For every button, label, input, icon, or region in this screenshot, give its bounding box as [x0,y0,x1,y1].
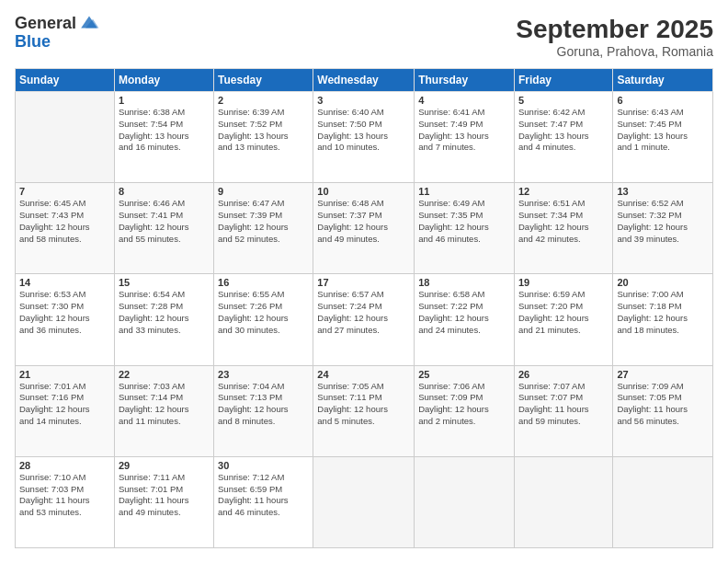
calendar-week-row: 14Sunrise: 6:53 AM Sunset: 7:30 PM Dayli… [16,274,713,365]
day-number: 27 [617,369,709,380]
day-header: Saturday [613,69,713,92]
day-number: 12 [518,186,609,197]
calendar-cell: 23Sunrise: 7:04 AM Sunset: 7:13 PM Dayli… [214,365,313,456]
day-number: 11 [418,186,510,197]
day-number: 16 [218,277,309,288]
day-number: 5 [518,95,609,106]
calendar-cell: 26Sunrise: 7:07 AM Sunset: 7:07 PM Dayli… [514,365,612,456]
calendar-cell: 8Sunrise: 6:46 AM Sunset: 7:41 PM Daylig… [114,183,213,274]
calendar-week-row: 7Sunrise: 6:45 AM Sunset: 7:43 PM Daylig… [16,183,713,274]
calendar-cell: 15Sunrise: 6:54 AM Sunset: 7:28 PM Dayli… [114,274,213,365]
day-info: Sunrise: 6:52 AM Sunset: 7:32 PM Dayligh… [617,198,709,245]
day-number: 21 [19,369,110,380]
day-number: 17 [317,277,410,288]
day-number: 14 [19,277,110,288]
calendar-cell: 7Sunrise: 6:45 AM Sunset: 7:43 PM Daylig… [16,183,115,274]
day-info: Sunrise: 6:51 AM Sunset: 7:34 PM Dayligh… [518,198,609,245]
day-number: 20 [617,277,709,288]
calendar-cell: 25Sunrise: 7:06 AM Sunset: 7:09 PM Dayli… [415,365,515,456]
day-info: Sunrise: 6:42 AM Sunset: 7:47 PM Dayligh… [518,107,609,154]
day-info: Sunrise: 6:38 AM Sunset: 7:54 PM Dayligh… [119,107,210,154]
calendar-cell: 18Sunrise: 6:58 AM Sunset: 7:22 PM Dayli… [415,274,515,365]
day-info: Sunrise: 6:48 AM Sunset: 7:37 PM Dayligh… [317,198,410,245]
calendar-cell [415,456,515,547]
calendar: SundayMondayTuesdayWednesdayThursdayFrid… [15,68,713,548]
calendar-cell: 10Sunrise: 6:48 AM Sunset: 7:37 PM Dayli… [313,183,415,274]
calendar-cell: 14Sunrise: 6:53 AM Sunset: 7:30 PM Dayli… [16,274,115,365]
calendar-cell: 5Sunrise: 6:42 AM Sunset: 7:47 PM Daylig… [514,92,612,183]
day-info: Sunrise: 7:05 AM Sunset: 7:11 PM Dayligh… [317,381,410,428]
day-info: Sunrise: 7:04 AM Sunset: 7:13 PM Dayligh… [218,381,309,428]
logo-blue: Blue [15,33,100,52]
calendar-cell: 19Sunrise: 6:59 AM Sunset: 7:20 PM Dayli… [514,274,612,365]
day-info: Sunrise: 7:00 AM Sunset: 7:18 PM Dayligh… [617,289,709,336]
calendar-cell: 11Sunrise: 6:49 AM Sunset: 7:35 PM Dayli… [415,183,515,274]
calendar-cell: 6Sunrise: 6:43 AM Sunset: 7:45 PM Daylig… [613,92,713,183]
calendar-cell: 3Sunrise: 6:40 AM Sunset: 7:50 PM Daylig… [313,92,415,183]
day-header: Thursday [415,69,515,92]
day-info: Sunrise: 6:46 AM Sunset: 7:41 PM Dayligh… [119,198,210,245]
day-info: Sunrise: 6:40 AM Sunset: 7:50 PM Dayligh… [317,107,410,154]
day-info: Sunrise: 6:41 AM Sunset: 7:49 PM Dayligh… [418,107,510,154]
calendar-cell: 20Sunrise: 7:00 AM Sunset: 7:18 PM Dayli… [613,274,713,365]
calendar-cell [313,456,415,547]
day-number: 10 [317,186,410,197]
calendar-cell: 24Sunrise: 7:05 AM Sunset: 7:11 PM Dayli… [313,365,415,456]
day-info: Sunrise: 6:49 AM Sunset: 7:35 PM Dayligh… [418,198,510,245]
calendar-week-row: 21Sunrise: 7:01 AM Sunset: 7:16 PM Dayli… [16,365,713,456]
day-header: Sunday [16,69,115,92]
calendar-cell: 17Sunrise: 6:57 AM Sunset: 7:24 PM Dayli… [313,274,415,365]
day-info: Sunrise: 6:47 AM Sunset: 7:39 PM Dayligh… [218,198,309,245]
day-number: 18 [418,277,510,288]
day-number: 2 [218,95,309,106]
day-number: 6 [617,95,709,106]
calendar-cell: 22Sunrise: 7:03 AM Sunset: 7:14 PM Dayli… [114,365,213,456]
day-number: 28 [19,460,110,471]
day-number: 9 [218,186,309,197]
calendar-cell [16,92,115,183]
day-info: Sunrise: 7:03 AM Sunset: 7:14 PM Dayligh… [119,381,210,428]
day-info: Sunrise: 6:45 AM Sunset: 7:43 PM Dayligh… [19,198,110,245]
calendar-cell: 30Sunrise: 7:12 AM Sunset: 6:59 PM Dayli… [214,456,313,547]
day-number: 19 [518,277,609,288]
day-number: 3 [317,95,410,106]
day-number: 24 [317,369,410,380]
day-number: 23 [218,369,309,380]
calendar-cell: 28Sunrise: 7:10 AM Sunset: 7:03 PM Dayli… [16,456,115,547]
day-info: Sunrise: 7:11 AM Sunset: 7:01 PM Dayligh… [119,472,210,519]
day-number: 4 [418,95,510,106]
day-info: Sunrise: 6:39 AM Sunset: 7:52 PM Dayligh… [218,107,309,154]
title-block: September 2025 Goruna, Prahova, Romania [516,15,713,59]
calendar-cell: 13Sunrise: 6:52 AM Sunset: 7:32 PM Dayli… [613,183,713,274]
calendar-header-row: SundayMondayTuesdayWednesdayThursdayFrid… [16,69,713,92]
calendar-cell [514,456,612,547]
calendar-week-row: 28Sunrise: 7:10 AM Sunset: 7:03 PM Dayli… [16,456,713,547]
day-number: 8 [119,186,210,197]
logo: General Blue [15,15,100,52]
logo-text: General Blue [15,15,100,52]
calendar-cell: 21Sunrise: 7:01 AM Sunset: 7:16 PM Dayli… [16,365,115,456]
day-info: Sunrise: 6:57 AM Sunset: 7:24 PM Dayligh… [317,289,410,336]
calendar-cell: 9Sunrise: 6:47 AM Sunset: 7:39 PM Daylig… [214,183,313,274]
calendar-cell [613,456,713,547]
day-info: Sunrise: 6:43 AM Sunset: 7:45 PM Dayligh… [617,107,709,154]
day-header: Wednesday [313,69,415,92]
day-header: Friday [514,69,612,92]
calendar-cell: 12Sunrise: 6:51 AM Sunset: 7:34 PM Dayli… [514,183,612,274]
day-info: Sunrise: 7:01 AM Sunset: 7:16 PM Dayligh… [19,381,110,428]
logo-general: General [15,15,76,33]
month-title: September 2025 [516,15,713,44]
calendar-cell: 29Sunrise: 7:11 AM Sunset: 7:01 PM Dayli… [114,456,213,547]
calendar-cell: 2Sunrise: 6:39 AM Sunset: 7:52 PM Daylig… [214,92,313,183]
day-header: Monday [114,69,213,92]
day-info: Sunrise: 6:55 AM Sunset: 7:26 PM Dayligh… [218,289,309,336]
day-number: 25 [418,369,510,380]
day-info: Sunrise: 7:09 AM Sunset: 7:05 PM Dayligh… [617,381,709,428]
logo-icon [78,11,100,33]
day-number: 15 [119,277,210,288]
calendar-cell: 1Sunrise: 6:38 AM Sunset: 7:54 PM Daylig… [114,92,213,183]
day-info: Sunrise: 6:58 AM Sunset: 7:22 PM Dayligh… [418,289,510,336]
day-number: 7 [19,186,110,197]
calendar-week-row: 1Sunrise: 6:38 AM Sunset: 7:54 PM Daylig… [16,92,713,183]
day-info: Sunrise: 7:10 AM Sunset: 7:03 PM Dayligh… [19,472,110,519]
